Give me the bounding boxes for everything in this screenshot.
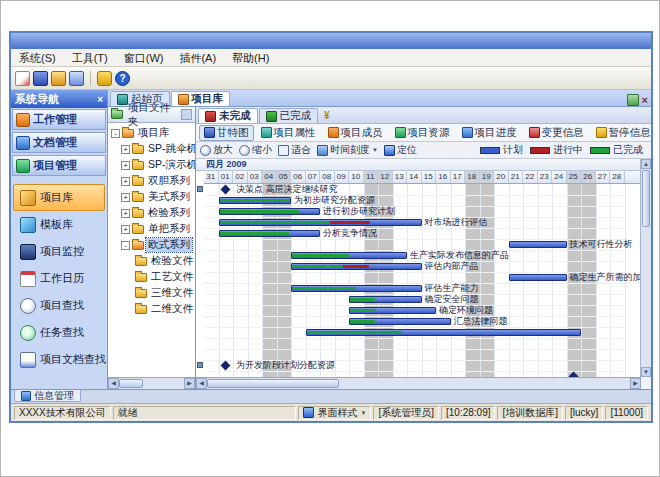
scroll-right-icon[interactable]: ▶ (630, 378, 641, 389)
tab-information-management[interactable]: 信息管理 (14, 390, 81, 402)
gantt-task-bar[interactable] (219, 197, 292, 204)
sidebar-item-template-library[interactable]: 模板库 (13, 211, 105, 238)
gantt-legend: 计划进行中已完成 (480, 143, 647, 157)
sidebar-item-project-search[interactable]: 项目查找 (13, 292, 105, 319)
sidebar-item-project-document-search[interactable]: 项目文档查找 (13, 346, 105, 373)
gantt-task-bar[interactable] (219, 230, 321, 237)
zoom-in-button[interactable]: 放大 (200, 143, 233, 157)
tree-node[interactable]: 三维文件 (108, 285, 195, 301)
scroll-down-icon[interactable]: ▼ (641, 367, 651, 377)
legend-chip (480, 147, 500, 154)
tree-node[interactable]: 工艺文件 (108, 269, 195, 285)
sidebar-close-icon[interactable]: × (97, 94, 103, 105)
scroll-right-icon[interactable]: ▶ (184, 378, 195, 389)
new-document-icon[interactable] (15, 71, 30, 86)
information-management-icon (21, 391, 31, 401)
sidebar-item-work-calendar[interactable]: 工作日历 (13, 265, 105, 292)
gantt-task-bar[interactable] (291, 252, 407, 259)
tab-unfinished[interactable]: 未完成 (198, 108, 258, 123)
sidebar-items: 项目库模板库项目监控工作日历项目查找任务查找项目文档查找 (11, 177, 107, 389)
sidebar-item-task-search[interactable]: 任务查找 (13, 319, 105, 346)
close-tab-button[interactable]: × (642, 94, 648, 106)
tab-project-library[interactable]: 项目库 (171, 91, 231, 106)
pause-info-button[interactable]: 暂停信息 (591, 125, 652, 141)
gantt-task-bar[interactable] (509, 241, 567, 248)
gantt-task-bar[interactable] (349, 296, 422, 303)
scrollbar-thumb[interactable] (207, 379, 339, 388)
gantt-task-bar[interactable] (219, 219, 422, 226)
lock-icon[interactable] (97, 71, 112, 86)
zoom-out-button[interactable]: 缩小 (239, 143, 272, 157)
help-icon[interactable]: ? (115, 71, 130, 86)
tree-expander-icon[interactable]: - (111, 129, 120, 138)
tab-options-button[interactable] (627, 94, 639, 106)
tab-finished[interactable]: 已完成 (259, 108, 319, 123)
day-cell: 04 (262, 171, 277, 183)
gantt-chart-button[interactable]: 甘特图 (199, 125, 254, 141)
tree-hscrollbar[interactable]: ◀ ▶ (108, 377, 195, 389)
ui-style-dropdown[interactable]: 界面样式 ▼ (298, 406, 371, 420)
project-progress-button[interactable]: 项目进度 (457, 125, 522, 141)
menu-help[interactable]: 帮助(H) (224, 50, 277, 66)
sidebar-item-project-library[interactable]: 项目库 (13, 184, 105, 211)
menu-window[interactable]: 窗口(W) (116, 50, 172, 66)
titlebar[interactable] (11, 33, 651, 49)
change-info-button[interactable]: 变更信息 (524, 125, 589, 141)
tree-expander-icon[interactable]: - (121, 241, 130, 250)
tree-expander-icon[interactable]: + (121, 193, 130, 202)
time-scale-button[interactable]: 时间刻度▼ (317, 143, 378, 157)
gantt-task-bar[interactable] (306, 329, 582, 336)
project-properties-button[interactable]: 项目属性 (256, 125, 321, 141)
tree-node[interactable]: +检验系列 (108, 205, 195, 221)
row-marker-icon[interactable] (197, 186, 203, 192)
tree-node[interactable]: -欧式系列 (108, 237, 195, 253)
sidebar-group-work-management[interactable]: 工作管理 (12, 109, 106, 130)
scrollbar-thumb[interactable] (642, 170, 650, 227)
gantt-task-bar[interactable] (349, 307, 436, 314)
project-resources-button[interactable]: 项目资源 (390, 125, 455, 141)
tree-expander-icon[interactable]: + (121, 145, 130, 154)
window-icon[interactable] (69, 71, 84, 86)
folder-icon-toolbar[interactable] (51, 71, 66, 86)
panel-options-icon[interactable] (181, 109, 192, 120)
tree-node[interactable]: 二维文件 (108, 301, 195, 317)
gantt-vscrollbar[interactable]: ▲ ▼ (640, 159, 651, 377)
tree-node[interactable]: +单把系列 (108, 221, 195, 237)
scroll-left-icon[interactable]: ◀ (108, 378, 119, 389)
tree-expander-icon[interactable]: + (121, 225, 130, 234)
zoom-fit-button[interactable]: 适合 (278, 143, 311, 157)
gantt-milestone[interactable] (220, 185, 230, 195)
filter-extra-button[interactable]: ¥ (319, 108, 335, 123)
gantt-milestone[interactable] (220, 361, 230, 371)
gantt-task-bar[interactable] (291, 263, 422, 270)
scrollbar-thumb[interactable] (119, 379, 143, 388)
content-area: 起始页 项目库 × 项目文件夹 -项 (108, 90, 651, 389)
sidebar-group-document-management[interactable]: 文档管理 (12, 132, 106, 153)
gantt-task-bar[interactable] (291, 285, 422, 292)
tree-node[interactable]: 检验文件 (108, 253, 195, 269)
tree-expander-icon[interactable]: + (121, 177, 130, 186)
scroll-up-icon[interactable]: ▲ (641, 159, 651, 169)
sidebar-item-project-monitor[interactable]: 项目监控 (13, 238, 105, 265)
project-members-button[interactable]: 项目成员 (323, 125, 388, 141)
tree-node[interactable]: -项目库 (108, 125, 195, 141)
tree-node[interactable]: +双胆系列 (108, 173, 195, 189)
scroll-left-icon[interactable]: ◀ (196, 378, 207, 389)
tree-node[interactable]: +SP-演示机系列 (108, 157, 195, 173)
menu-tools[interactable]: 工具(T) (64, 50, 116, 66)
gantt-task-bar[interactable] (349, 318, 451, 325)
tree-expander-icon[interactable]: + (121, 161, 130, 170)
day-cell: 24 (552, 171, 567, 183)
menu-plugins[interactable]: 插件(A) (171, 50, 224, 66)
tree-node[interactable]: +SP-跳伞机系列 (108, 141, 195, 157)
row-marker-icon[interactable] (197, 362, 203, 368)
tree-expander-icon[interactable]: + (121, 209, 130, 218)
menu-system[interactable]: 系统(S) (11, 50, 64, 66)
sidebar-group-project-management[interactable]: 项目管理 (12, 155, 106, 176)
monitor-icon[interactable] (33, 71, 48, 86)
gantt-hscrollbar[interactable]: ◀ ▶ (196, 377, 641, 389)
gantt-task-bar[interactable] (219, 208, 321, 215)
gantt-task-bar[interactable] (509, 274, 567, 281)
tree-node[interactable]: +美式系列 (108, 189, 195, 205)
locate-button[interactable]: 定位 (384, 143, 417, 157)
